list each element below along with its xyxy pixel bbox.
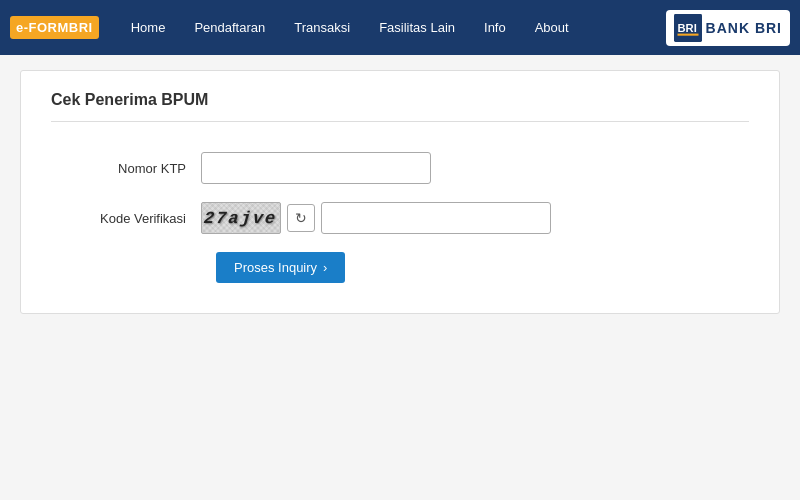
bri-logo-icon: BRI (674, 14, 702, 42)
nomor-ktp-input[interactable] (201, 152, 431, 184)
brand-logo[interactable]: e-FORMBRI (10, 16, 99, 39)
page-title: Cek Penerima BPUM (51, 91, 749, 122)
nav-links: Home Pendaftaran Transaksi Fasilitas Lai… (119, 12, 666, 43)
brand-box: e-FORMBRI (10, 16, 99, 39)
nav-item-fasilitas-lain[interactable]: Fasilitas Lain (367, 12, 467, 43)
nav-item-transaksi[interactable]: Transaksi (282, 12, 362, 43)
captcha-input[interactable] (321, 202, 551, 234)
nav-item-info[interactable]: Info (472, 12, 518, 43)
svg-text:BRI: BRI (677, 22, 696, 34)
nomor-ktp-row: Nomor KTP (71, 152, 729, 184)
submit-row: Proses Inquiry › (216, 252, 729, 283)
brand-suffix: BRI (69, 20, 93, 35)
svg-rect-2 (677, 33, 698, 35)
proses-inquiry-button[interactable]: Proses Inquiry › (216, 252, 345, 283)
brand-prefix: e-FORM (16, 20, 69, 35)
bri-logo-box: BRI BANK BRI (666, 10, 790, 46)
captcha-text: 27ajve (204, 209, 279, 228)
kode-verifikasi-label: Kode Verifikasi (71, 211, 201, 226)
proses-inquiry-arrow-icon: › (323, 260, 327, 275)
bri-logo-text: BANK BRI (706, 20, 782, 36)
nav-item-home[interactable]: Home (119, 12, 178, 43)
nav-item-pendaftaran[interactable]: Pendaftaran (182, 12, 277, 43)
form-section: Nomor KTP Kode Verifikasi 27ajve ↻ Prose… (51, 142, 749, 293)
refresh-icon: ↻ (295, 210, 307, 226)
kode-verifikasi-row: Kode Verifikasi 27ajve ↻ (71, 202, 729, 234)
captcha-container: 27ajve ↻ (201, 202, 551, 234)
bank-bri-logo: BRI BANK BRI (666, 10, 790, 46)
captcha-image: 27ajve (201, 202, 281, 234)
nav-item-about[interactable]: About (523, 12, 581, 43)
proses-inquiry-label: Proses Inquiry (234, 260, 317, 275)
captcha-refresh-button[interactable]: ↻ (287, 204, 315, 232)
nomor-ktp-label: Nomor KTP (71, 161, 201, 176)
navbar: e-FORMBRI Home Pendaftaran Transaksi Fas… (0, 0, 800, 55)
main-content: Cek Penerima BPUM Nomor KTP Kode Verifik… (20, 70, 780, 314)
